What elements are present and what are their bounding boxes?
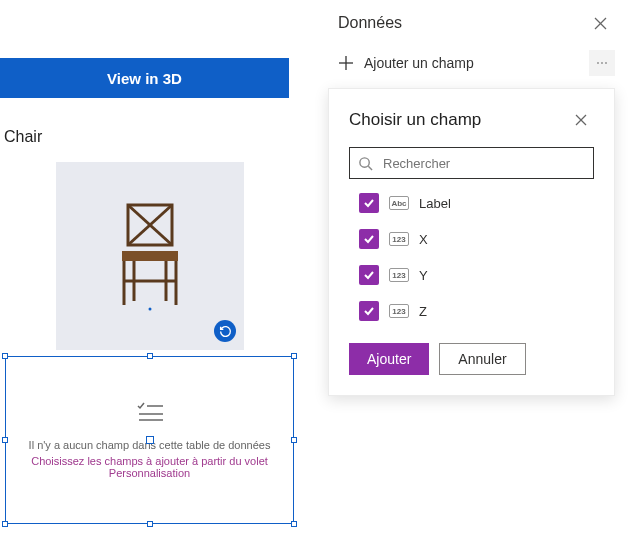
field-row-x[interactable]: 123 X <box>359 229 594 249</box>
checkbox[interactable] <box>359 265 379 285</box>
list-icon <box>135 402 165 427</box>
check-icon <box>363 269 375 281</box>
checkbox[interactable] <box>359 229 379 249</box>
svg-point-19 <box>360 157 369 166</box>
search-field[interactable] <box>349 147 594 179</box>
check-icon <box>363 305 375 317</box>
view-in-3d-label: View in 3D <box>107 70 182 87</box>
field-label: Y <box>419 268 428 283</box>
add-button[interactable]: Ajouter <box>349 343 429 375</box>
field-row-y[interactable]: 123 Y <box>359 265 594 285</box>
check-icon <box>363 197 375 209</box>
preview-box <box>56 162 244 350</box>
plus-icon <box>338 55 354 71</box>
add-field-button[interactable]: Ajouter un champ ⋯ <box>320 42 623 84</box>
type-badge-number: 123 <box>389 304 409 318</box>
check-icon <box>363 233 375 245</box>
refresh-icon <box>219 325 232 338</box>
close-icon <box>575 114 587 126</box>
dropdown-title: Choisir un champ <box>349 110 481 130</box>
close-panel-button[interactable] <box>587 10 613 36</box>
svg-line-20 <box>368 166 372 170</box>
choose-field-dropdown: Choisir un champ Abc Label <box>328 88 615 396</box>
field-row-z[interactable]: 123 Z <box>359 301 594 321</box>
field-label: Label <box>419 196 451 211</box>
more-icon: ⋯ <box>596 56 609 70</box>
close-dropdown-button[interactable] <box>568 107 594 133</box>
checkbox[interactable] <box>359 193 379 213</box>
type-badge-text: Abc <box>389 196 409 210</box>
empty-message-2: Choisissez les champs à ajouter à partir… <box>26 455 273 479</box>
add-field-label: Ajouter un champ <box>364 55 474 71</box>
empty-fields-card[interactable]: Il n'y a aucun champ dans cette table de… <box>5 356 294 524</box>
field-row-label[interactable]: Abc Label <box>359 193 594 213</box>
more-button[interactable]: ⋯ <box>589 50 615 76</box>
field-label: Z <box>419 304 427 319</box>
item-title: Chair <box>4 128 300 146</box>
refresh-button[interactable] <box>214 320 236 342</box>
close-icon <box>594 17 607 30</box>
type-badge-number: 123 <box>389 268 409 282</box>
type-badge-number: 123 <box>389 232 409 246</box>
search-icon <box>358 156 373 171</box>
search-input[interactable] <box>381 155 585 172</box>
cancel-button[interactable]: Annuler <box>439 343 525 375</box>
panel-title: Données <box>338 14 402 32</box>
view-in-3d-button[interactable]: View in 3D <box>0 58 289 98</box>
svg-rect-3 <box>122 251 178 261</box>
field-label: X <box>419 232 428 247</box>
chair-image <box>110 201 190 311</box>
svg-point-9 <box>149 308 152 311</box>
checkbox[interactable] <box>359 301 379 321</box>
empty-message-1: Il n'y a aucun champ dans cette table de… <box>29 439 271 451</box>
data-panel: Données Ajouter un champ ⋯ Choisir un ch… <box>320 0 623 396</box>
